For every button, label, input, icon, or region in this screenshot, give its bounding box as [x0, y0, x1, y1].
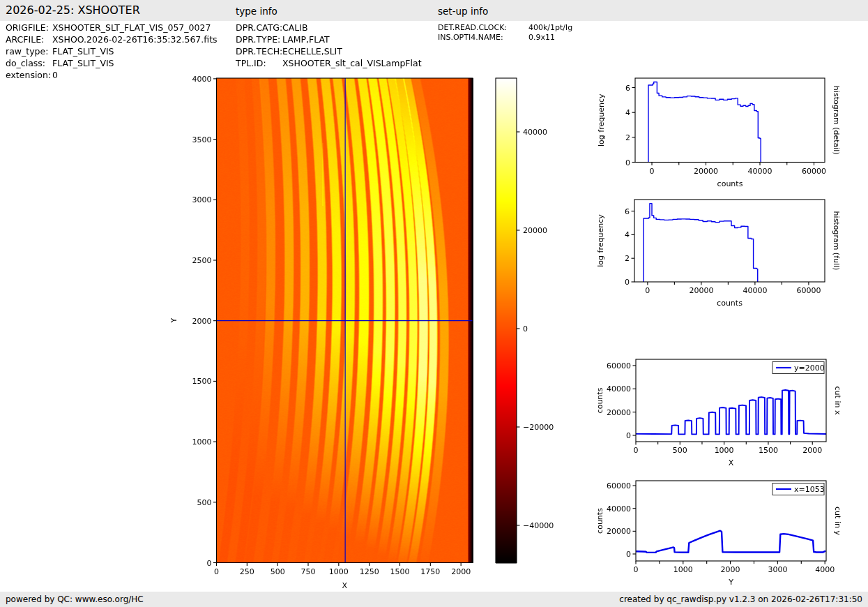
footer-created-by: created by qc_rawdisp.py v1.2.3 on 2026-…	[619, 592, 862, 607]
field-label: DPR.CATG:	[236, 22, 282, 33]
file-info-row: do_class:FLAT_SLIT_VIS	[6, 57, 218, 69]
field-value: FLAT_SLIT_VIS	[52, 58, 114, 68]
setup-info-title: set-up info	[438, 6, 488, 17]
field-value: XSHOOTER_slt_cal_VISLampFlat	[282, 58, 422, 68]
qc-report-page: { "header": { "title": "2026-02-25: XSHO…	[0, 0, 868, 607]
field-value: ECHELLE,SLIT	[282, 46, 342, 57]
file-info-block: ORIGFILE:XSHOOTER_SLT_FLAT_VIS_057_0027 …	[6, 22, 218, 81]
type-info-row: DPR.CATG:CALIB	[236, 22, 422, 33]
field-value: 0	[52, 70, 58, 80]
setup-info-row: INS.OPTI4.NAME:0.9x11	[438, 33, 572, 43]
field-label: raw_type:	[6, 45, 52, 57]
type-info-row: DPR.TECH:ECHELLE,SLIT	[236, 45, 422, 57]
field-value: 400k/1pt/lg	[528, 23, 572, 32]
field-value: LAMP,FLAT	[282, 34, 330, 45]
field-label: TPL.ID:	[236, 57, 282, 69]
file-info-row: raw_type:FLAT_SLIT_VIS	[6, 45, 218, 57]
setup-info-row: DET.READ.CLOCK:400k/1pt/lg	[438, 23, 572, 33]
field-label: do_class:	[6, 57, 52, 69]
file-info-row: ORIGFILE:XSHOOTER_SLT_FLAT_VIS_057_0027	[6, 22, 218, 33]
footer-powered-by: powered by QC: www.eso.org/HC	[6, 592, 144, 607]
setup-info-block: DET.READ.CLOCK:400k/1pt/lg INS.OPTI4.NAM…	[438, 23, 572, 43]
field-value: CALIB	[282, 22, 308, 33]
type-info-row: DPR.TYPE:LAMP,FLAT	[236, 33, 422, 45]
field-label: DET.READ.CLOCK:	[438, 23, 528, 33]
field-label: ARCFILE:	[6, 33, 52, 45]
type-info-row: TPL.ID:XSHOOTER_slt_cal_VISLampFlat	[236, 57, 422, 69]
file-info-row: extension:0	[6, 69, 218, 81]
figure-canvas	[0, 0, 868, 607]
field-label: ORIGFILE:	[6, 22, 52, 33]
page-title: 2026-02-25: XSHOOTER	[6, 3, 140, 17]
field-label: extension:	[6, 69, 52, 81]
field-label: INS.OPTI4.NAME:	[438, 33, 528, 43]
type-info-block: DPR.CATG:CALIB DPR.TYPE:LAMP,FLAT DPR.TE…	[236, 22, 422, 69]
field-value: 0.9x11	[528, 33, 555, 42]
field-value: XSHOO.2026-02-26T16:35:32.567.fits	[52, 34, 218, 45]
file-info-row: ARCFILE:XSHOO.2026-02-26T16:35:32.567.fi…	[6, 33, 218, 45]
field-label: DPR.TECH:	[236, 45, 282, 57]
type-info-title: type info	[236, 6, 277, 17]
field-value: FLAT_SLIT_VIS	[52, 46, 114, 57]
field-value: XSHOOTER_SLT_FLAT_VIS_057_0027	[52, 22, 211, 33]
field-label: DPR.TYPE:	[236, 33, 282, 45]
